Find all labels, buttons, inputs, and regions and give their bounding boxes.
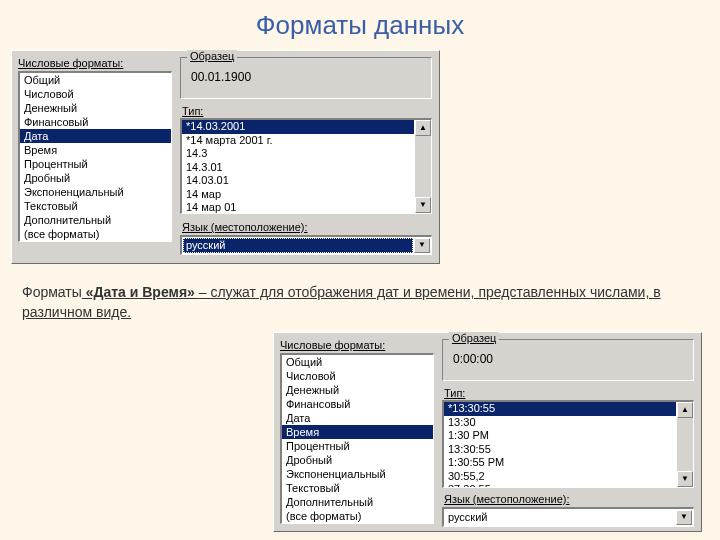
list-item[interactable]: Финансовый (282, 397, 433, 411)
sample-group: Образец 0:00:00 (442, 339, 694, 381)
format-category-listbox[interactable]: ОбщийЧисловойДенежныйФинансовыйДатаВремя… (18, 71, 172, 242)
list-item[interactable]: *14 марта 2001 г. (182, 134, 414, 148)
language-label: Язык (местоположение): (182, 221, 308, 233)
list-item[interactable]: Денежный (282, 383, 433, 397)
scrollbar[interactable]: ▲ ▼ (414, 120, 431, 213)
scroll-down-button[interactable]: ▼ (415, 197, 431, 213)
type-listbox[interactable]: *14.03.2001*14 марта 2001 г.14.314.3.011… (180, 118, 432, 214)
sample-label: Образец (187, 50, 237, 62)
list-item[interactable]: 30:55,2 (444, 470, 676, 484)
list-item[interactable]: *14.03.2001 (182, 120, 414, 134)
sample-group: Образец 00.01.1900 (180, 57, 432, 99)
list-item[interactable]: Экспоненциальный (282, 467, 433, 481)
list-item[interactable]: Дробный (282, 453, 433, 467)
date-format-panel: Числовые форматы: ОбщийЧисловойДенежныйФ… (11, 50, 440, 264)
description-text: Форматы «Дата и Время» – служат для отоб… (22, 282, 682, 323)
list-item[interactable]: 14 мар (182, 188, 414, 202)
list-item[interactable]: Текстовый (282, 481, 433, 495)
scroll-up-button[interactable]: ▲ (415, 120, 431, 136)
list-item[interactable]: (все форматы) (20, 227, 171, 241)
list-item[interactable]: Дробный (20, 171, 171, 185)
list-item[interactable]: (все форматы) (282, 509, 433, 523)
list-item[interactable]: 14 мар 01 (182, 201, 414, 213)
list-item[interactable]: 37:30:55 (444, 483, 676, 487)
time-format-panel: Числовые форматы: ОбщийЧисловойДенежныйФ… (273, 332, 702, 532)
language-value: русский (183, 238, 413, 253)
list-item[interactable]: 14.3 (182, 147, 414, 161)
sample-value: 00.01.1900 (191, 70, 251, 84)
list-item[interactable]: 13:30 (444, 416, 676, 430)
list-item[interactable]: Дополнительный (282, 495, 433, 509)
list-item[interactable]: Процентный (282, 439, 433, 453)
list-item[interactable]: Дата (20, 129, 171, 143)
list-item[interactable]: Числовой (20, 87, 171, 101)
list-item[interactable]: Общий (282, 355, 433, 369)
type-label: Тип: (182, 105, 203, 117)
sample-value: 0:00:00 (453, 352, 493, 366)
list-item[interactable]: 1:30:55 PM (444, 456, 676, 470)
list-item[interactable]: Финансовый (20, 115, 171, 129)
list-item[interactable]: Процентный (20, 157, 171, 171)
dropdown-arrow-icon[interactable]: ▼ (676, 510, 692, 525)
list-item[interactable]: Дополнительный (20, 213, 171, 227)
list-item[interactable]: *13:30:55 (444, 402, 676, 416)
language-dropdown[interactable]: русский ▼ (442, 507, 694, 527)
type-listbox[interactable]: *13:30:5513:301:30 PM13:30:551:30:55 PM3… (442, 400, 694, 488)
list-item[interactable]: 1:30 PM (444, 429, 676, 443)
scroll-down-button[interactable]: ▼ (677, 471, 693, 487)
list-item[interactable]: Время (20, 143, 171, 157)
list-item[interactable]: 14.3.01 (182, 161, 414, 175)
list-item[interactable]: Время (282, 425, 433, 439)
list-item[interactable]: Числовой (282, 369, 433, 383)
sample-label: Образец (449, 332, 499, 344)
language-label: Язык (местоположение): (444, 493, 570, 505)
dropdown-arrow-icon[interactable]: ▼ (414, 238, 430, 253)
list-item[interactable]: 14.03.01 (182, 174, 414, 188)
list-item[interactable]: Денежный (20, 101, 171, 115)
page-title: Форматы данных (0, 10, 720, 41)
language-value: русский (445, 510, 675, 525)
scroll-up-button[interactable]: ▲ (677, 402, 693, 418)
list-item[interactable]: Дата (282, 411, 433, 425)
language-dropdown[interactable]: русский ▼ (180, 235, 432, 255)
format-category-listbox[interactable]: ОбщийЧисловойДенежныйФинансовыйДатаВремя… (280, 353, 434, 524)
type-label: Тип: (444, 387, 465, 399)
list-item[interactable]: Экспоненциальный (20, 185, 171, 199)
list-item[interactable]: Общий (20, 73, 171, 87)
list-item[interactable]: 13:30:55 (444, 443, 676, 457)
scrollbar[interactable]: ▲ ▼ (676, 402, 693, 487)
list-item[interactable]: Текстовый (20, 199, 171, 213)
